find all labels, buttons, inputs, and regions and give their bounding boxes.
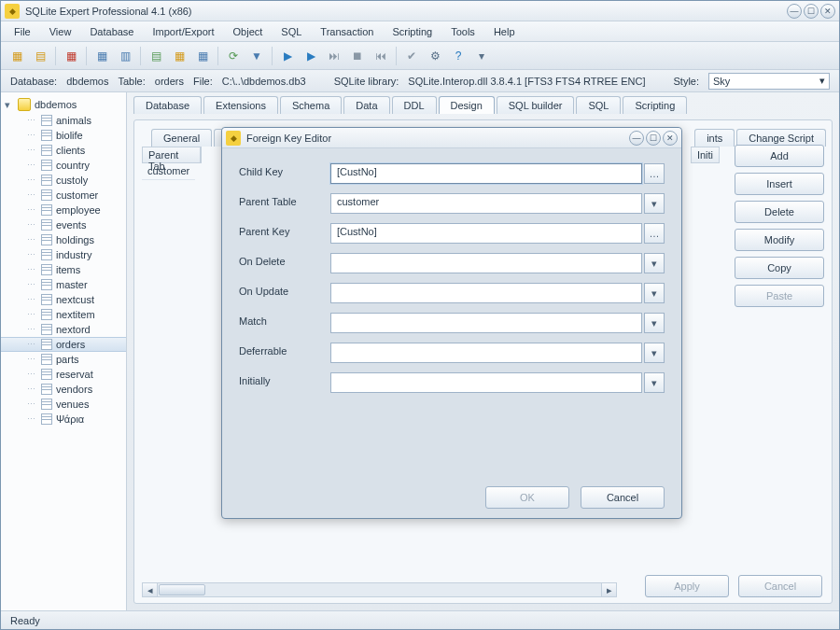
scroll-right-icon[interactable]: ▸: [601, 583, 616, 596]
tab-schema[interactable]: Schema: [280, 96, 342, 114]
menu-view[interactable]: View: [42, 23, 79, 40]
tree-table-holdings[interactable]: ⋯holdings: [1, 232, 126, 247]
tab-ddl[interactable]: DDL: [392, 96, 437, 114]
child-key-field[interactable]: [CustNo]: [330, 163, 642, 184]
menu-import-export[interactable]: Import/Export: [145, 23, 221, 40]
tool-trigger-icon[interactable]: ▦: [169, 46, 189, 66]
tree-table-venues[interactable]: ⋯venues: [1, 397, 126, 412]
tree-table-nextitem[interactable]: ⋯nextitem: [1, 307, 126, 322]
tab-extensions[interactable]: Extensions: [203, 96, 278, 114]
tool-prev-icon[interactable]: ⏮: [371, 46, 391, 66]
menu-object[interactable]: Object: [226, 23, 271, 40]
scroll-thumb[interactable]: [159, 584, 205, 595]
tree-table-items[interactable]: ⋯items: [1, 262, 126, 277]
tool-stop-icon[interactable]: ⏹: [347, 46, 368, 66]
tool-drop-icon[interactable]: ▦: [192, 46, 213, 66]
on-update-field[interactable]: [330, 283, 642, 303]
cancel-button[interactable]: Cancel: [738, 575, 822, 597]
tool-refresh-icon[interactable]: ⟳: [223, 46, 244, 66]
tree-table-vendors[interactable]: ⋯vendors: [1, 382, 126, 397]
tool-execute-icon[interactable]: ▶: [277, 46, 298, 66]
menu-file[interactable]: File: [7, 23, 38, 40]
parent-table-field[interactable]: customer: [330, 193, 642, 214]
parent-key-field[interactable]: [CustNo]: [330, 223, 642, 244]
child-key-browse-button[interactable]: …: [644, 163, 665, 184]
tree-table-orders[interactable]: ⋯orders: [1, 337, 126, 352]
dialog-maximize-button[interactable]: ☐: [646, 131, 661, 146]
tool-view-icon[interactable]: ▥: [115, 46, 135, 66]
tool-open-db-icon[interactable]: ▤: [30, 46, 50, 66]
match-field[interactable]: [330, 313, 642, 333]
tree-table-parts[interactable]: ⋯parts: [1, 352, 126, 367]
add-button[interactable]: Add: [735, 145, 824, 167]
tab-scripting[interactable]: Scripting: [623, 96, 687, 114]
tab-sql[interactable]: SQL: [576, 96, 621, 114]
minimize-button[interactable]: —: [787, 4, 802, 19]
tree-db-node[interactable]: ▾ dbdemos: [1, 96, 126, 113]
tree-collapse-icon[interactable]: ▾: [5, 99, 14, 111]
tree-table-nextord[interactable]: ⋯nextord: [1, 322, 126, 337]
deferrable-field[interactable]: [330, 343, 642, 363]
on-delete-dropdown-button[interactable]: ▾: [644, 253, 665, 273]
apply-button[interactable]: Apply: [645, 575, 729, 597]
tree-table-industry[interactable]: ⋯industry: [1, 247, 126, 262]
dialog-minimize-button[interactable]: —: [629, 131, 644, 146]
grid-header-initially[interactable]: Initi: [691, 147, 720, 163]
menu-transaction[interactable]: Transaction: [313, 23, 381, 40]
tree-table-biolife[interactable]: ⋯biolife: [1, 128, 126, 143]
dialog-ok-button[interactable]: OK: [485, 486, 569, 509]
horizontal-scrollbar[interactable]: ◂ ▸: [142, 582, 617, 597]
tree-table-customer[interactable]: ⋯customer: [1, 188, 126, 203]
initially-field[interactable]: [330, 372, 642, 393]
tree-table-custoly[interactable]: ⋯custoly: [1, 173, 126, 188]
tool-new-db-icon[interactable]: ▦: [7, 46, 27, 66]
tool-close-db-icon[interactable]: ▦: [61, 46, 81, 66]
insert-button[interactable]: Insert: [735, 173, 824, 195]
tool-filter-icon[interactable]: ▼: [246, 46, 267, 66]
grid-row[interactable]: customer: [142, 163, 195, 180]
tree-table-clients[interactable]: ⋯clients: [1, 143, 126, 158]
menu-help[interactable]: Help: [486, 23, 523, 40]
tool-commit-icon[interactable]: ✔: [401, 46, 422, 66]
tree-table-animals[interactable]: ⋯animals: [1, 113, 126, 128]
on-delete-field[interactable]: [330, 253, 642, 273]
tree-table-master[interactable]: ⋯master: [1, 277, 126, 292]
scroll-left-icon[interactable]: ◂: [143, 583, 158, 596]
tab-data[interactable]: Data: [343, 96, 389, 114]
menu-tools[interactable]: Tools: [443, 23, 483, 40]
delete-button[interactable]: Delete: [735, 201, 824, 223]
paste-button[interactable]: Paste: [735, 285, 824, 307]
initially-dropdown-button[interactable]: ▾: [644, 372, 665, 393]
close-button[interactable]: ✕: [820, 4, 835, 19]
deferrable-dropdown-button[interactable]: ▾: [644, 343, 665, 363]
grid-header-parent-table[interactable]: Parent Tab: [142, 147, 202, 163]
tree-table-Ψάρια[interactable]: ⋯Ψάρια: [1, 412, 126, 427]
dialog-cancel-button[interactable]: Cancel: [581, 486, 665, 509]
subtab-general[interactable]: General: [151, 129, 212, 147]
menu-sql[interactable]: SQL: [273, 23, 309, 40]
tool-next-icon[interactable]: ⏭: [324, 46, 344, 66]
parent-key-browse-button[interactable]: …: [644, 223, 665, 244]
tree-table-employee[interactable]: ⋯employee: [1, 203, 126, 217]
subtab-constraints[interactable]: ints: [694, 129, 735, 147]
tree-table-nextcust[interactable]: ⋯nextcust: [1, 292, 126, 307]
tool-index-icon[interactable]: ▤: [146, 46, 166, 66]
menu-database[interactable]: Database: [82, 23, 141, 40]
menu-scripting[interactable]: Scripting: [385, 23, 440, 40]
tab-sql-builder[interactable]: SQL builder: [497, 96, 575, 114]
tree-table-events[interactable]: ⋯events: [1, 217, 126, 232]
tool-dropdown-icon[interactable]: ▾: [471, 46, 492, 66]
tool-help-icon[interactable]: ?: [448, 46, 469, 66]
modify-button[interactable]: Modify: [735, 229, 824, 251]
copy-button[interactable]: Copy: [735, 257, 824, 279]
match-dropdown-button[interactable]: ▾: [644, 313, 665, 333]
tree-table-country[interactable]: ⋯country: [1, 158, 126, 173]
parent-table-dropdown-button[interactable]: ▾: [644, 193, 665, 214]
tree-table-reservat[interactable]: ⋯reservat: [1, 367, 126, 382]
tab-database[interactable]: Database: [133, 96, 202, 114]
maximize-button[interactable]: ☐: [804, 4, 819, 19]
tab-design[interactable]: Design: [439, 96, 495, 114]
tool-execute-step-icon[interactable]: ▶: [301, 46, 321, 66]
dialog-close-button[interactable]: ✕: [663, 131, 678, 146]
tool-table-icon[interactable]: ▦: [91, 46, 112, 66]
